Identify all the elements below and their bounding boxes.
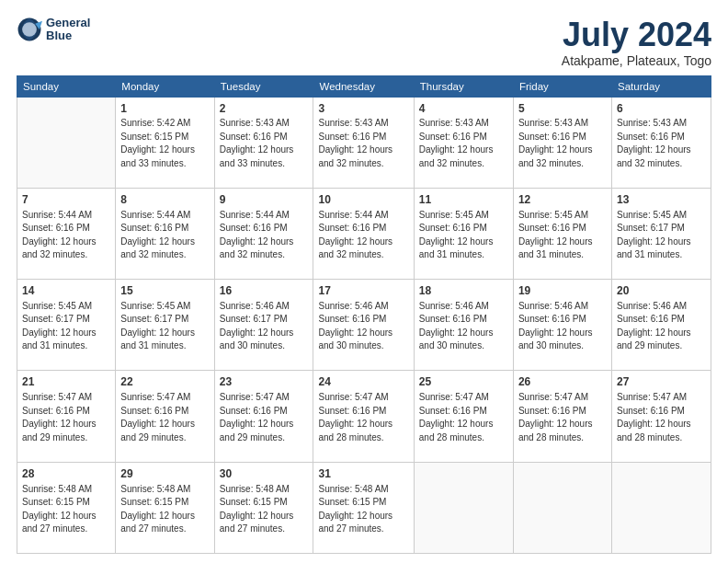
- day-detail: Sunrise: 5:43 AMSunset: 6:16 PMDaylight:…: [518, 117, 607, 170]
- header: General Blue July 2024 Atakpame, Plateau…: [17, 17, 711, 68]
- day-cell: 23Sunrise: 5:47 AMSunset: 6:16 PMDayligh…: [214, 371, 313, 462]
- logo-icon: [17, 17, 42, 42]
- week-row-4: 28Sunrise: 5:48 AMSunset: 6:15 PMDayligh…: [17, 462, 711, 553]
- day-number: 22: [120, 374, 209, 390]
- day-cell: 20Sunrise: 5:46 AMSunset: 6:16 PMDayligh…: [612, 280, 711, 371]
- day-number: 21: [22, 374, 110, 390]
- day-detail: Sunrise: 5:42 AMSunset: 6:15 PMDaylight:…: [120, 117, 209, 170]
- day-cell: 16Sunrise: 5:46 AMSunset: 6:17 PMDayligh…: [214, 280, 313, 371]
- day-number: 19: [518, 283, 607, 299]
- day-number: 11: [419, 192, 508, 208]
- day-detail: Sunrise: 5:47 AMSunset: 6:16 PMDaylight:…: [318, 391, 408, 444]
- logo: General Blue: [17, 17, 90, 43]
- week-row-3: 21Sunrise: 5:47 AMSunset: 6:16 PMDayligh…: [17, 371, 711, 462]
- day-cell: 31Sunrise: 5:48 AMSunset: 6:15 PMDayligh…: [313, 462, 414, 553]
- day-cell: 30Sunrise: 5:48 AMSunset: 6:15 PMDayligh…: [214, 462, 313, 553]
- day-detail: Sunrise: 5:43 AMSunset: 6:16 PMDaylight:…: [419, 117, 508, 170]
- logo-line1: General: [46, 17, 90, 29]
- day-cell: [414, 462, 513, 553]
- day-number: 29: [120, 466, 209, 482]
- day-detail: Sunrise: 5:44 AMSunset: 6:16 PMDaylight:…: [22, 209, 110, 262]
- day-cell: [17, 97, 116, 188]
- day-cell: [513, 462, 611, 553]
- location: Atakpame, Plateaux, Togo: [562, 53, 711, 68]
- day-cell: 26Sunrise: 5:47 AMSunset: 6:16 PMDayligh…: [513, 371, 611, 462]
- day-detail: Sunrise: 5:45 AMSunset: 6:17 PMDaylight:…: [22, 300, 110, 353]
- day-number: 30: [220, 466, 309, 482]
- day-number: 25: [419, 374, 508, 390]
- day-cell: 12Sunrise: 5:45 AMSunset: 6:16 PMDayligh…: [513, 188, 611, 279]
- day-number: 7: [22, 192, 110, 208]
- day-detail: Sunrise: 5:44 AMSunset: 6:16 PMDaylight:…: [220, 209, 309, 262]
- calendar-header-row: SundayMondayTuesdayWednesdayThursdayFrid…: [17, 75, 711, 97]
- day-cell: 19Sunrise: 5:46 AMSunset: 6:16 PMDayligh…: [513, 280, 611, 371]
- day-detail: Sunrise: 5:46 AMSunset: 6:17 PMDaylight:…: [220, 300, 309, 353]
- day-detail: Sunrise: 5:43 AMSunset: 6:16 PMDaylight:…: [220, 117, 309, 170]
- day-cell: 4Sunrise: 5:43 AMSunset: 6:16 PMDaylight…: [414, 97, 513, 188]
- day-number: 26: [518, 374, 607, 390]
- day-number: 18: [419, 283, 508, 299]
- day-detail: Sunrise: 5:45 AMSunset: 6:16 PMDaylight:…: [419, 209, 508, 262]
- day-number: 15: [120, 283, 209, 299]
- day-number: 13: [617, 192, 706, 208]
- day-cell: 8Sunrise: 5:44 AMSunset: 6:16 PMDaylight…: [116, 188, 214, 279]
- day-detail: Sunrise: 5:43 AMSunset: 6:16 PMDaylight:…: [318, 117, 408, 170]
- day-detail: Sunrise: 5:46 AMSunset: 6:16 PMDaylight:…: [518, 300, 607, 353]
- day-detail: Sunrise: 5:48 AMSunset: 6:15 PMDaylight:…: [318, 483, 408, 536]
- logo-text: General Blue: [46, 17, 90, 43]
- day-detail: Sunrise: 5:45 AMSunset: 6:17 PMDaylight:…: [120, 300, 209, 353]
- col-header-monday: Monday: [116, 75, 214, 97]
- day-detail: Sunrise: 5:46 AMSunset: 6:16 PMDaylight:…: [617, 300, 706, 353]
- col-header-tuesday: Tuesday: [214, 75, 313, 97]
- month-title: July 2024: [562, 17, 711, 53]
- day-cell: 1Sunrise: 5:42 AMSunset: 6:15 PMDaylight…: [116, 97, 214, 188]
- day-number: 3: [318, 101, 408, 117]
- day-cell: 9Sunrise: 5:44 AMSunset: 6:16 PMDaylight…: [214, 188, 313, 279]
- logo-line2: Blue: [46, 29, 90, 42]
- day-detail: Sunrise: 5:48 AMSunset: 6:15 PMDaylight:…: [220, 483, 309, 536]
- day-detail: Sunrise: 5:46 AMSunset: 6:16 PMDaylight:…: [419, 300, 508, 353]
- day-number: 9: [220, 192, 309, 208]
- day-number: 17: [318, 283, 408, 299]
- day-number: 31: [318, 466, 408, 482]
- col-header-thursday: Thursday: [414, 75, 513, 97]
- day-cell: 13Sunrise: 5:45 AMSunset: 6:17 PMDayligh…: [612, 188, 711, 279]
- day-number: 1: [120, 101, 209, 117]
- day-detail: Sunrise: 5:45 AMSunset: 6:17 PMDaylight:…: [617, 209, 706, 262]
- day-cell: 10Sunrise: 5:44 AMSunset: 6:16 PMDayligh…: [313, 188, 414, 279]
- col-header-saturday: Saturday: [612, 75, 711, 97]
- day-number: 10: [318, 192, 408, 208]
- day-detail: Sunrise: 5:46 AMSunset: 6:16 PMDaylight:…: [318, 300, 408, 353]
- day-number: 5: [518, 101, 607, 117]
- day-cell: 14Sunrise: 5:45 AMSunset: 6:17 PMDayligh…: [17, 280, 116, 371]
- day-cell: 21Sunrise: 5:47 AMSunset: 6:16 PMDayligh…: [17, 371, 116, 462]
- day-detail: Sunrise: 5:47 AMSunset: 6:16 PMDaylight:…: [22, 391, 110, 444]
- day-number: 20: [617, 283, 706, 299]
- day-detail: Sunrise: 5:45 AMSunset: 6:16 PMDaylight:…: [518, 209, 607, 262]
- day-cell: 2Sunrise: 5:43 AMSunset: 6:16 PMDaylight…: [214, 97, 313, 188]
- day-detail: Sunrise: 5:44 AMSunset: 6:16 PMDaylight:…: [120, 209, 209, 262]
- col-header-sunday: Sunday: [17, 75, 116, 97]
- day-cell: 27Sunrise: 5:47 AMSunset: 6:16 PMDayligh…: [612, 371, 711, 462]
- calendar-table: SundayMondayTuesdayWednesdayThursdayFrid…: [17, 75, 711, 554]
- day-detail: Sunrise: 5:44 AMSunset: 6:16 PMDaylight:…: [318, 209, 408, 262]
- day-cell: 29Sunrise: 5:48 AMSunset: 6:15 PMDayligh…: [116, 462, 214, 553]
- day-cell: 28Sunrise: 5:48 AMSunset: 6:15 PMDayligh…: [17, 462, 116, 553]
- day-detail: Sunrise: 5:47 AMSunset: 6:16 PMDaylight:…: [120, 391, 209, 444]
- day-cell: 25Sunrise: 5:47 AMSunset: 6:16 PMDayligh…: [414, 371, 513, 462]
- day-number: 16: [220, 283, 309, 299]
- day-number: 14: [22, 283, 110, 299]
- day-cell: 22Sunrise: 5:47 AMSunset: 6:16 PMDayligh…: [116, 371, 214, 462]
- day-number: 12: [518, 192, 607, 208]
- day-cell: 7Sunrise: 5:44 AMSunset: 6:16 PMDaylight…: [17, 188, 116, 279]
- day-cell: 18Sunrise: 5:46 AMSunset: 6:16 PMDayligh…: [414, 280, 513, 371]
- day-number: 4: [419, 101, 508, 117]
- day-number: 2: [220, 101, 309, 117]
- week-row-0: 1Sunrise: 5:42 AMSunset: 6:15 PMDaylight…: [17, 97, 711, 188]
- day-number: 8: [120, 192, 209, 208]
- day-number: 27: [617, 374, 706, 390]
- day-cell: [612, 462, 711, 553]
- day-cell: 15Sunrise: 5:45 AMSunset: 6:17 PMDayligh…: [116, 280, 214, 371]
- day-cell: 11Sunrise: 5:45 AMSunset: 6:16 PMDayligh…: [414, 188, 513, 279]
- day-detail: Sunrise: 5:47 AMSunset: 6:16 PMDaylight:…: [220, 391, 309, 444]
